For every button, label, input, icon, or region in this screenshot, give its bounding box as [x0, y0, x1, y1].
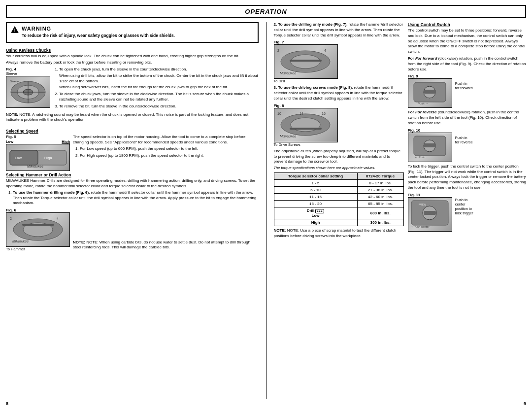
keyless-chucks-section: Using Keyless Chucks Your cordless tool …	[6, 48, 259, 124]
right-sub-col-2: Using Control Switch The control switch …	[408, 22, 526, 240]
fig8-image: 10 16 14 Milwaukee	[274, 108, 338, 142]
fig9-block: Fig. 9 Push → Push in	[408, 74, 526, 108]
drilling-only-text: 2. To use the drilling only mode (Fig. 7…	[274, 22, 404, 38]
torque-row1-col2: 0 - 17 in. lbs.	[357, 180, 403, 187]
torque-row2-col1: 6 - 10	[274, 187, 357, 194]
svg-text:Milwaukee: Milwaukee	[27, 165, 43, 168]
right-two-col: 2. To use the drilling only mode (Fig. 7…	[274, 22, 527, 240]
fig10-cap2: for reverse	[455, 140, 473, 144]
page-title: OPERATION	[7, 8, 525, 15]
fig9-captions: Push in for forward	[455, 81, 473, 90]
fig7-label: Fig. 7	[274, 40, 404, 44]
fig6-caption: To Hammer	[6, 247, 70, 251]
keyless-chucks-p1: Your cordless tool is equipped with a sp…	[6, 54, 259, 59]
fig10-wrapper: Fig. 10 ← Push	[408, 128, 452, 162]
svg-rect-9	[10, 150, 38, 165]
fig4-label: Fig. 4	[6, 67, 50, 71]
torque-table: Torque selector collar setting 0724-20 T…	[274, 172, 404, 226]
speed-labels: Low High	[6, 139, 70, 144]
high-label: High	[62, 139, 70, 144]
right-column: 2. To use the drilling only mode (Fig. 7…	[274, 22, 527, 399]
warning-label: WARNING	[22, 26, 51, 32]
svg-text:10: 10	[277, 112, 281, 115]
svg-text:Sleeve: Sleeve	[10, 80, 19, 83]
hammer-drill-title: Selecting Hammer or Drill Action	[6, 172, 259, 177]
svg-text:Low: Low	[15, 156, 22, 160]
selecting-speed-section: Selecting Speed Fig. 5 Low High	[6, 129, 259, 253]
control-switch-p1: The control switch may be set to three p…	[408, 28, 526, 55]
table-row-high: High 300 in. lbs.	[274, 219, 403, 226]
fig11-captions: Push to center position to lock trigger	[455, 198, 473, 215]
svg-text:High: High	[44, 156, 52, 160]
svg-text:MILW: MILW	[419, 203, 427, 206]
table-row: 16 - 20 65 - 85 in. lbs.	[274, 201, 403, 207]
control-switch-title: Using Control Switch	[408, 22, 526, 27]
page-container: OPERATION ! WARNING	[0, 0, 532, 411]
step-close-chuck: To close the chuck jaws, turn the sleeve…	[59, 92, 259, 103]
fig8-caption: To Drive Screws	[274, 142, 404, 147]
step-drill-bits: When using drill bits, allow the bit to …	[59, 73, 259, 84]
fig4-sublabel: Sleeve	[6, 71, 50, 76]
torque-row2-col2: 21 - 38 in. lbs.	[357, 187, 403, 194]
fig4-inline: Fig. 4 Sleeve Sleeve	[6, 67, 259, 111]
svg-rect-15	[22, 224, 54, 226]
fig11-wrapper: Fig. 11 MILW ↑ Push center	[408, 193, 452, 232]
svg-text:← Push: ← Push	[415, 156, 425, 159]
svg-text:Milwaukee: Milwaukee	[280, 135, 296, 138]
fig5-label: Fig. 5	[6, 135, 70, 139]
speed-p1: The speed selector is on top of the moto…	[73, 135, 259, 145]
drill-row-val: 600 in. lbs.	[357, 207, 403, 219]
torque-col2-header: 0724-20 Torque	[357, 173, 403, 180]
keyless-chucks-note: NOTE: NOTE: A ratcheting sound may be he…	[6, 112, 259, 123]
fig9-image: Push →	[408, 78, 452, 108]
fig6-label: Fig. 6	[6, 208, 70, 212]
lock-trigger-p: To lock the trigger, push the control sw…	[408, 164, 526, 191]
svg-text:Push →: Push →	[418, 102, 428, 105]
fig6-block: Fig. 6 Milwaukee 2 4 To Hammer	[6, 208, 259, 251]
table-row-drill: Drill ⏚⏚⏚ Low 600 in. lbs.	[274, 207, 403, 219]
table-row: 11 - 15 42 - 60 in. lbs.	[274, 194, 403, 201]
svg-text:4: 4	[57, 217, 59, 220]
warning-content: WARNING To reduce the risk of injury, we…	[22, 26, 175, 39]
svg-text:16: 16	[322, 112, 326, 115]
fig7-image: 2 4 Milwaukee	[274, 44, 338, 79]
torque-row4-col2: 65 - 85 in. lbs.	[357, 201, 403, 207]
fig7-caption: To Drill	[274, 79, 404, 83]
svg-text:Milwaukee: Milwaukee	[280, 71, 296, 75]
svg-rect-27	[290, 128, 322, 130]
fig10-captions: Push in for reverse	[455, 136, 473, 144]
hammer-drill-steps: To use the hammer-drilling mode (Fig. 6)…	[6, 190, 259, 206]
fig5-wrapper: Fig. 5 Low High Low High Milwaukee	[6, 135, 70, 171]
fig10-image: ← Push	[408, 133, 452, 162]
adjustable-clutch-p: The adjustable clutch ,when properly adj…	[274, 149, 404, 165]
forward-rotation-p: For For forward (clockwise) rotation, pu…	[408, 56, 526, 72]
torque-row3-col1: 11 - 15	[274, 194, 357, 201]
fig10-label: Fig. 10	[408, 128, 452, 133]
step-open-chuck: To open the chuck jaws, turn the sleeve …	[59, 67, 259, 90]
hammer-drill-step1: To use the hammer-drilling mode (Fig. 6)…	[13, 190, 259, 206]
step-screw-bits: When using screwdriver bits, insert the …	[59, 85, 259, 90]
torque-table-header: Torque selector collar setting 0724-20 T…	[274, 173, 403, 180]
fig11-label: Fig. 11	[408, 193, 452, 197]
drill-row-col1: Drill ⏚⏚⏚ Low	[274, 207, 357, 219]
warning-triangle-icon: !	[11, 26, 19, 34]
fig9-cap2: for forward	[455, 86, 473, 90]
high-row-label: High	[274, 219, 357, 226]
fig11-cap3: position to	[455, 206, 473, 211]
page-number-left: 8	[6, 401, 8, 406]
two-columns: ! WARNING To reduce the risk of injury, …	[6, 22, 526, 399]
fig8-block: Fig. 8 10 16 14 Milwaukee	[274, 103, 404, 147]
operation-header: OPERATION	[6, 5, 526, 18]
page-number-right: 9	[524, 401, 526, 406]
driving-screws-text: 3. To use the driving screws mode (Fig. …	[274, 85, 404, 101]
fig11-cap1: Push to	[455, 198, 473, 202]
torque-row1-col1: 1 - 5	[274, 180, 357, 187]
speed-steps: For Low speed (up to 600 RPM), push the …	[73, 146, 259, 159]
fig4-block: Fig. 4 Sleeve Sleeve	[6, 67, 50, 108]
svg-rect-34	[424, 90, 436, 94]
reverse-rotation-p: For For reverse (counterclockwise) rotat…	[408, 110, 526, 126]
svg-rect-38	[424, 143, 436, 147]
fig4-image: Sleeve	[6, 76, 50, 108]
svg-text:!: !	[14, 28, 16, 33]
fig7-block: Fig. 7 2 4 Milwaukee To Drill	[274, 40, 404, 83]
